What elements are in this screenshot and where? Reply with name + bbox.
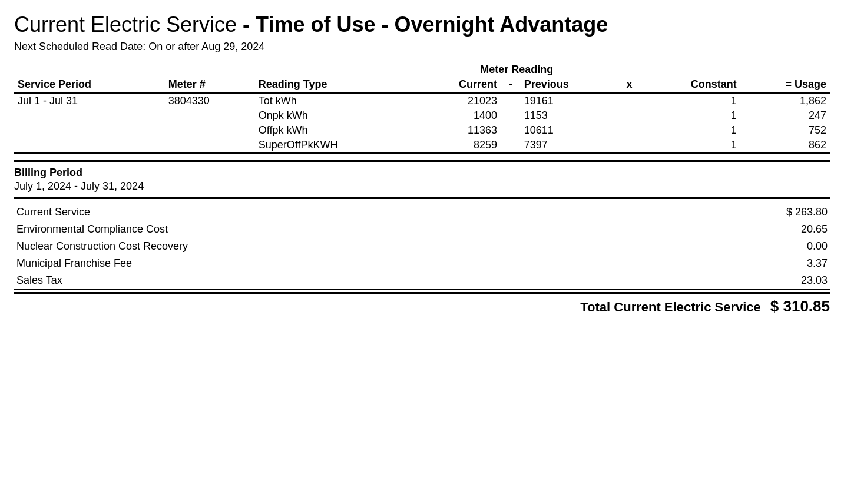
charge-amount: $ 263.80: [759, 204, 830, 221]
cell-meter-number: 3804330: [165, 93, 255, 109]
cell-current: 8259: [416, 138, 501, 154]
col-service-period: Service Period: [14, 77, 165, 93]
cell-meter-number: [165, 138, 255, 154]
cell-reading-type: SuperOffPkKWH: [255, 138, 416, 154]
cell-reading-type: Onpk kWh: [255, 108, 416, 123]
total-label: Total Current Electric Service: [580, 300, 761, 315]
col-meter-number: Meter #: [165, 77, 255, 93]
cell-reading-type: Offpk kWh: [255, 123, 416, 138]
meter-table-row: SuperOffPkKWH 8259 7397 1 862: [14, 138, 830, 154]
cell-x: [617, 123, 641, 138]
next-read-date: Next Scheduled Read Date: On or after Au…: [14, 41, 830, 53]
page-title: Current Electric Service - Time of Use -…: [14, 12, 830, 37]
meter-table-row: Offpk kWh 11363 10611 1 752: [14, 123, 830, 138]
total-amount: $ 310.85: [770, 297, 830, 316]
title-bold: - Time of Use - Overnight Advantage: [237, 12, 608, 37]
cell-usage: 752: [740, 123, 830, 138]
billing-period-label: Billing Period: [14, 167, 830, 179]
charge-row: Current Service $ 263.80: [14, 204, 830, 221]
col-x: x: [617, 77, 641, 93]
cell-service-period: [14, 138, 165, 154]
cell-reading-type: Tot kWh: [255, 93, 416, 109]
col-dash: -: [501, 77, 521, 93]
meter-reading-group-header: Meter Reading: [416, 62, 617, 77]
cell-usage: 1,862: [740, 93, 830, 109]
col-current: Current: [416, 77, 501, 93]
cell-dash: [501, 93, 521, 109]
col-constant: Constant: [641, 77, 740, 93]
cell-constant: 1: [641, 93, 740, 109]
cell-service-period: Jul 1 - Jul 31: [14, 93, 165, 109]
cell-x: [617, 138, 641, 154]
billing-period-dates: July 1, 2024 - July 31, 2024: [14, 180, 830, 193]
charge-label: Nuclear Construction Cost Recovery: [14, 238, 759, 255]
title-light: Current Electric Service: [14, 12, 237, 37]
cell-constant: 1: [641, 138, 740, 154]
cell-x: [617, 108, 641, 123]
meter-reading-table: Meter Reading Service Period Meter # Rea…: [14, 62, 830, 154]
cell-current: 11363: [416, 123, 501, 138]
cell-current: 21023: [416, 93, 501, 109]
cell-previous: 19161: [521, 93, 617, 109]
total-row: Total Current Electric Service $ 310.85: [14, 292, 830, 316]
charge-label: Environmental Compliance Cost: [14, 221, 759, 238]
col-previous: Previous: [521, 77, 617, 93]
charge-row: Sales Tax 23.03: [14, 272, 830, 290]
cell-meter-number: [165, 123, 255, 138]
charge-row: Municipal Franchise Fee 3.37: [14, 255, 830, 272]
cell-meter-number: [165, 108, 255, 123]
cell-previous: 1153: [521, 108, 617, 123]
charges-table: Current Service $ 263.80 Environmental C…: [14, 204, 830, 290]
charge-amount: 0.00: [759, 238, 830, 255]
cell-usage: 862: [740, 138, 830, 154]
charge-label: Municipal Franchise Fee: [14, 255, 759, 272]
col-usage: = Usage: [740, 77, 830, 93]
meter-table-row: Onpk kWh 1400 1153 1 247: [14, 108, 830, 123]
charge-amount: 20.65: [759, 221, 830, 238]
cell-previous: 7397: [521, 138, 617, 154]
cell-service-period: [14, 123, 165, 138]
cell-constant: 1: [641, 123, 740, 138]
charge-row: Nuclear Construction Cost Recovery 0.00: [14, 238, 830, 255]
cell-current: 1400: [416, 108, 501, 123]
charge-label: Sales Tax: [14, 272, 759, 290]
cell-dash: [501, 108, 521, 123]
cell-dash: [501, 123, 521, 138]
charge-label: Current Service: [14, 204, 759, 221]
cell-x: [617, 93, 641, 109]
meter-table-row: Jul 1 - Jul 31 3804330 Tot kWh 21023 191…: [14, 93, 830, 109]
cell-constant: 1: [641, 108, 740, 123]
billing-section: Billing Period July 1, 2024 - July 31, 2…: [14, 160, 830, 316]
cell-usage: 247: [740, 108, 830, 123]
cell-previous: 10611: [521, 123, 617, 138]
charge-amount: 23.03: [759, 272, 830, 290]
cell-dash: [501, 138, 521, 154]
charge-amount: 3.37: [759, 255, 830, 272]
col-reading-type: Reading Type: [255, 77, 416, 93]
cell-service-period: [14, 108, 165, 123]
charge-row: Environmental Compliance Cost 20.65: [14, 221, 830, 238]
